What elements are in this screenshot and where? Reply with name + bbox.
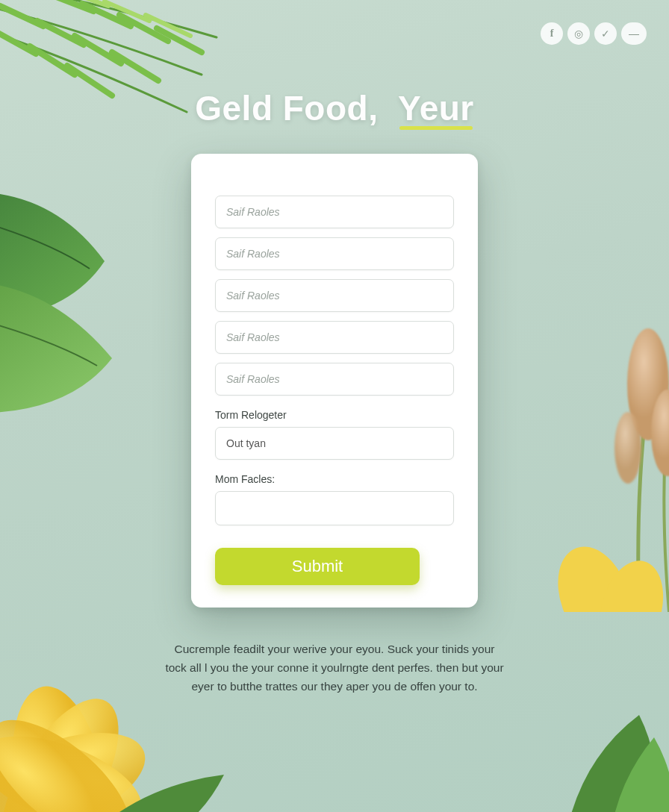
- leaf-decoration: [0, 149, 164, 433]
- textarea-label: Mom Facles:: [215, 473, 454, 485]
- select-label: Torm Relogeter: [215, 409, 454, 421]
- footer-blurb: Cucremple feadilt your werive your eyou.…: [163, 640, 506, 696]
- instagram-icon[interactable]: ◎: [567, 22, 590, 45]
- field-2[interactable]: [215, 237, 454, 270]
- textarea-field[interactable]: [215, 491, 454, 525]
- svg-point-2: [0, 713, 158, 812]
- svg-point-9: [591, 554, 669, 612]
- svg-point-7: [614, 412, 641, 484]
- svg-point-1: [0, 681, 142, 812]
- pampas-decoration: [550, 313, 669, 612]
- leaf-br-decoration: [535, 693, 669, 812]
- select-field[interactable]: [215, 427, 454, 460]
- check-icon[interactable]: ✓: [594, 22, 617, 45]
- menu-icon[interactable]: —: [621, 22, 647, 45]
- page-title: Geld Food, Yeur: [0, 88, 669, 128]
- svg-point-8: [550, 537, 644, 612]
- field-4[interactable]: [215, 321, 454, 354]
- field-5[interactable]: [215, 363, 454, 396]
- yellow-flower-decoration: [0, 603, 239, 812]
- field-1[interactable]: [215, 196, 454, 228]
- svg-point-0: [0, 679, 121, 812]
- form-card: Torm Relogeter Mom Facles: Submit: [191, 154, 478, 608]
- svg-point-5: [627, 328, 669, 440]
- svg-point-6: [651, 390, 669, 476]
- submit-button[interactable]: Submit: [215, 548, 420, 585]
- svg-point-3: [0, 718, 153, 812]
- title-part1: Geld Food,: [195, 89, 378, 128]
- social-links: f ◎ ✓ —: [541, 22, 647, 45]
- title-part2: Yeur: [398, 88, 474, 128]
- facebook-icon[interactable]: f: [541, 22, 563, 45]
- svg-point-4: [0, 699, 149, 812]
- field-3[interactable]: [215, 279, 454, 312]
